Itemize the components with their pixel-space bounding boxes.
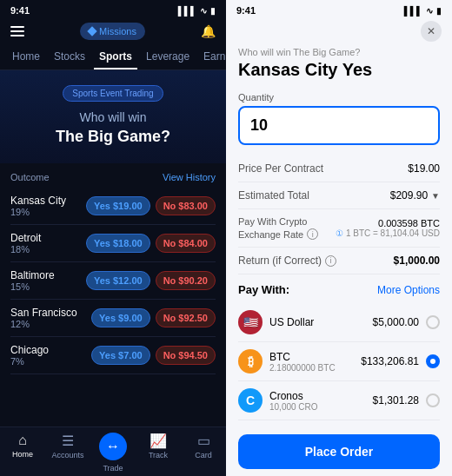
- missions-diamond-icon: [87, 26, 96, 36]
- nav-tabs: Home Stocks Sports Leverage Earn: [0, 45, 226, 70]
- return-info-icon[interactable]: i: [325, 255, 336, 267]
- pay-with-header: Pay With: More Options: [238, 283, 440, 296]
- more-options-link[interactable]: More Options: [377, 284, 440, 296]
- hero-line2: The Big Game?: [14, 128, 212, 146]
- payment-amount: $133,206.81: [361, 355, 419, 367]
- quantity-input[interactable]: [238, 106, 440, 145]
- no-button[interactable]: No $92.50: [156, 308, 216, 327]
- accounts-icon: ☰: [62, 433, 74, 449]
- payment-name: US Dollar: [269, 316, 314, 328]
- outcome-info: Chicago 7%: [10, 344, 91, 367]
- tab-earn[interactable]: Earn: [198, 45, 226, 69]
- nav-track-label: Track: [149, 451, 168, 459]
- payment-sub: 10,000 CRO: [269, 402, 318, 412]
- right-battery-icon: ▮: [436, 6, 442, 16]
- nav-home-label: Home: [12, 450, 33, 459]
- payment-info: US Dollar: [269, 316, 314, 328]
- payment-radio[interactable]: [426, 354, 440, 368]
- payment-left: 🇺🇸 US Dollar: [238, 310, 314, 334]
- outcome-name: Chicago: [10, 344, 91, 356]
- tab-home[interactable]: Home: [7, 45, 45, 69]
- payment-option[interactable]: ₿ BTC 2.18000000 BTC $133,206.81: [238, 342, 440, 381]
- outcome-pct: 18%: [10, 244, 86, 255]
- trade-fab[interactable]: ↔: [99, 433, 127, 460]
- payment-radio[interactable]: [426, 393, 440, 407]
- crypto-info: Pay With Crypto Exchange Rate i: [238, 216, 318, 240]
- close-button[interactable]: ✕: [421, 21, 442, 42]
- outcome-buttons: Yes $12.00 No $90.20: [86, 271, 216, 290]
- missions-button[interactable]: Missions: [80, 23, 145, 40]
- left-panel: 9:41 ▌▌▌ ∿ ▮ Missions 🔔 Home Stocks Spor…: [0, 0, 226, 476]
- exchange-rate-value: ① 1 BTC = 81,104.04 USD: [336, 228, 440, 238]
- no-button[interactable]: No $94.50: [156, 346, 216, 365]
- yes-button[interactable]: Yes $19.00: [86, 196, 150, 215]
- bottom-nav: ⌂ Home ☰ Accounts ↔ Trade 📈 Track ▭ Card: [0, 426, 226, 476]
- outcome-pct: 15%: [10, 281, 86, 292]
- missions-label: Missions: [99, 26, 136, 36]
- place-order-button[interactable]: Place Order: [238, 434, 440, 469]
- payment-icon: 🇺🇸: [238, 310, 263, 334]
- nav-card-label: Card: [195, 451, 212, 459]
- radio-inner: [430, 359, 435, 364]
- yes-button[interactable]: Yes $18.00: [86, 234, 150, 253]
- payment-option[interactable]: 🇺🇸 US Dollar $5,000.00: [238, 303, 440, 342]
- bell-icon[interactable]: 🔔: [201, 24, 216, 38]
- left-status-bar: 9:41 ▌▌▌ ∿ ▮: [0, 0, 226, 19]
- return-row: Return (if Correct) i $1,000.00: [238, 248, 440, 274]
- payment-icon: C: [238, 388, 263, 413]
- payment-options-list: 🇺🇸 US Dollar $5,000.00 ₿ BTC 2.18000000 …: [238, 303, 440, 420]
- trade-icon: ↔: [106, 439, 120, 454]
- nav-accounts[interactable]: ☰ Accounts: [45, 433, 90, 473]
- exchange-rate-label: Exchange Rate: [238, 229, 303, 240]
- payment-name: BTC: [269, 351, 336, 363]
- menu-button[interactable]: [10, 26, 24, 36]
- pay-with-label: Pay With:: [238, 283, 289, 296]
- tab-sports[interactable]: Sports: [94, 45, 137, 69]
- exchange-rate-info-icon[interactable]: i: [307, 228, 318, 240]
- payment-amount: $1,301.28: [373, 394, 419, 407]
- estimated-total-value: $209.90 ▼: [390, 189, 440, 202]
- outcome-info: Baltimore 15%: [10, 269, 86, 292]
- return-label: Return (if Correct): [238, 255, 322, 267]
- payment-right: $1,301.28: [373, 393, 440, 407]
- outcome-pct: 19%: [10, 207, 86, 217]
- exchange-rate-row: Exchange Rate i: [238, 228, 318, 240]
- payment-icon: ₿: [238, 349, 263, 374]
- quantity-label: Quantity: [238, 92, 440, 102]
- no-button[interactable]: No $83.00: [156, 196, 216, 215]
- left-top-bar: Missions 🔔: [0, 19, 226, 45]
- outcome-buttons: Yes $7.00 No $94.50: [91, 346, 216, 365]
- outcome-buttons: Yes $18.00 No $84.00: [86, 234, 216, 253]
- pay-with-section: Pay With: More Options 🇺🇸 US Dollar $5,0…: [238, 274, 440, 426]
- tab-leverage[interactable]: Leverage: [141, 45, 195, 69]
- outcome-row: Detroit 18% Yes $18.00 No $84.00: [10, 225, 216, 262]
- payment-radio[interactable]: [426, 315, 440, 329]
- yes-button[interactable]: Yes $9.00: [91, 308, 150, 327]
- payment-left: C Cronos 10,000 CRO: [238, 388, 318, 413]
- order-question: Who will win The Big Game?: [238, 47, 440, 57]
- outcome-row: Chicago 7% Yes $7.00 No $94.50: [10, 337, 216, 374]
- payment-left: ₿ BTC 2.18000000 BTC: [238, 349, 336, 374]
- yes-button[interactable]: Yes $12.00: [86, 271, 150, 290]
- payment-right: $5,000.00: [373, 315, 440, 329]
- return-label-group: Return (if Correct) i: [238, 255, 336, 267]
- nav-home[interactable]: ⌂ Home: [0, 433, 45, 473]
- payment-option[interactable]: C Cronos 10,000 CRO $1,301.28: [238, 381, 440, 420]
- nav-trade[interactable]: ↔ Trade: [90, 433, 136, 473]
- outcome-name: Kansas City: [10, 195, 86, 207]
- right-status-icons: ▌▌▌ ∿ ▮: [404, 6, 442, 16]
- no-button[interactable]: No $90.20: [156, 271, 216, 290]
- nav-track[interactable]: 📈 Track: [136, 433, 181, 473]
- outcome-row: Baltimore 15% Yes $12.00 No $90.20: [10, 262, 216, 300]
- outcomes-label: Outcome: [10, 172, 50, 182]
- outcomes-section: Outcome View History Kansas City 19% Yes…: [0, 163, 226, 426]
- return-value: $1,000.00: [394, 255, 440, 267]
- yes-button[interactable]: Yes $7.00: [91, 346, 150, 365]
- no-button[interactable]: No $84.00: [156, 234, 216, 253]
- nav-card[interactable]: ▭ Card: [181, 433, 226, 473]
- view-history-link[interactable]: View History: [163, 172, 216, 182]
- outcome-buttons: Yes $9.00 No $92.50: [91, 308, 216, 327]
- tab-stocks[interactable]: Stocks: [49, 45, 90, 69]
- track-icon: 📈: [150, 433, 167, 449]
- payment-right: $133,206.81: [361, 354, 440, 368]
